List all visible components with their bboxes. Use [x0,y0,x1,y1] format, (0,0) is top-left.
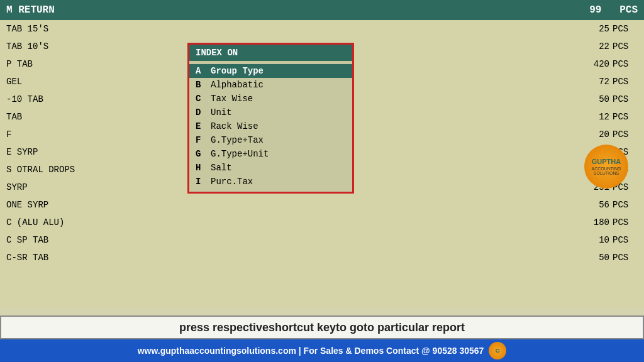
popup-item[interactable]: A Group Type [189,64,352,78]
logo-circle: GUPTHA ACCOUNTING SOLUTIONS [584,145,628,189]
row-unit: PCS [613,129,638,140]
popup-item[interactable]: H Salt [189,161,352,175]
item-label: G.Type+Unit [211,149,346,159]
row-unit: PCS [613,59,638,69]
row-unit: PCS [613,217,638,228]
item-label: G.Type+Tax [211,135,346,145]
index-on-popup: INDEX ON A Group Type B Alphabatic C Tax… [187,43,354,194]
popup-item[interactable]: E Rack Wise [189,119,352,133]
table-row: TAB 15'S 25 PCS [0,20,644,38]
footer-logo: G [489,342,506,359]
table-row: C-SR TAB 50 PCS [0,249,644,266]
popup-header: INDEX ON [189,45,352,61]
popup-item[interactable]: F G.Type+Tax [189,133,352,147]
item-key: D [196,107,208,118]
row-name: C-SR TAB [6,253,562,263]
item-key: E [196,121,208,131]
item-key: B [196,80,208,90]
item-key: G [196,149,208,159]
row-name: C SP TAB [6,235,562,245]
row-unit: PCS [613,41,638,52]
row-qty: 12 [562,112,613,122]
header-title: M RETURN [6,4,55,16]
row-qty: 10 [562,235,613,245]
popup-item[interactable]: B Alphabatic [189,78,352,92]
popup-item[interactable]: C Tax Wise [189,92,352,106]
row-qty: 180 [562,217,613,228]
row-name: ONE SYRP [6,200,562,210]
footer-text: www.gupthaaccountingsolutions.com | For … [138,346,484,356]
row-qty: 420 [562,59,613,69]
table-row: C SP TAB 10 PCS [0,231,644,249]
table-row: C (ALU ALU) 180 PCS [0,214,644,231]
row-name: TAB 15'S [6,24,562,34]
table-row: ONE SYRP 56 PCS [0,196,644,214]
item-label: Group Type [211,66,346,76]
header-bar: M RETURN 99 PCS [0,0,644,20]
row-qty: 25 [562,24,613,34]
popup-item[interactable]: D Unit [189,106,352,119]
popup-item[interactable]: G G.Type+Unit [189,147,352,161]
row-qty: 50 [562,94,613,104]
logo-sub-text: ACCOUNTING SOLUTIONS [584,167,628,175]
item-label: Purc.Tax [211,177,346,187]
row-unit: PCS [613,253,638,263]
row-qty: 50 [562,253,613,263]
logo-main-text: GUPTHA [592,158,621,166]
logo-area: GUPTHA ACCOUNTING SOLUTIONS [584,145,635,195]
row-qty: 20 [562,129,613,140]
header-qty: 99 [589,4,601,16]
item-key: C [196,94,208,104]
row-unit: PCS [613,94,638,104]
row-qty: 56 [562,200,613,210]
row-unit: PCS [613,200,638,210]
item-key: A [196,66,208,76]
header-unit: PCS [619,4,638,16]
item-label: Salt [211,163,346,173]
bottom-info-text: press respectiveshortcut keyto goto part… [179,321,465,334]
item-key: I [196,177,208,187]
row-name: C (ALU ALU) [6,217,562,228]
item-label: Alphabatic [211,80,346,90]
row-unit: PCS [613,77,638,87]
footer-bar: www.gupthaaccountingsolutions.com | For … [0,339,644,362]
popup-list: A Group Type B Alphabatic C Tax Wise D U… [189,61,352,192]
row-unit: PCS [613,112,638,122]
item-key: F [196,135,208,145]
row-qty: 72 [562,77,613,87]
popup-item[interactable]: I Purc.Tax [189,175,352,189]
item-label: Rack Wise [211,121,346,131]
item-label: Unit [211,107,346,118]
item-label: Tax Wise [211,94,346,104]
row-qty: 22 [562,41,613,52]
header-qty-unit: 99 PCS [589,4,638,16]
row-unit: PCS [613,24,638,34]
row-unit: PCS [613,235,638,245]
item-key: H [196,163,208,173]
bottom-info-bar: press respectiveshortcut keyto goto part… [0,315,644,339]
